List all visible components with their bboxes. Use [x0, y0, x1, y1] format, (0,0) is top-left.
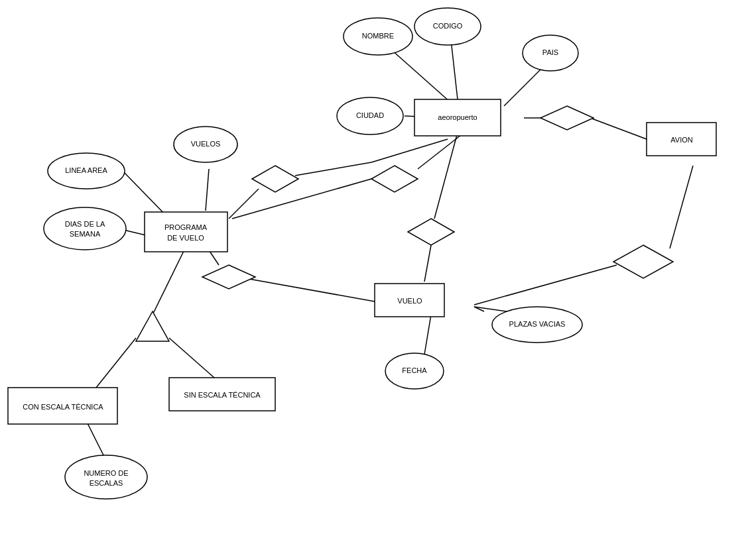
- attr-dias-semana-label2: SEMANA: [70, 230, 101, 238]
- entity-vuelo-label: VUELO: [397, 297, 422, 305]
- er-diagram: aeoropuerto PROGRAMA DE VUELO VUELO AVIO…: [0, 0, 756, 540]
- attr-numero-escalas: [65, 455, 147, 499]
- attr-pais-label: PAIS: [542, 48, 558, 56]
- attr-nombre-label: NOMBRE: [362, 32, 394, 40]
- entity-programa-label1: PROGRAMA: [164, 223, 208, 231]
- attr-numero-escalas-label2: ESCALAS: [90, 479, 123, 487]
- attr-linea-area-label: LINEA AREA: [65, 166, 107, 174]
- entity-avion-label: AVION: [670, 136, 692, 144]
- attr-dias-semana-label1: DIAS DE LA: [65, 220, 105, 228]
- attr-numero-escalas-label1: NUMERO DE: [84, 469, 128, 477]
- entity-con-escala-label: CON ESCALA TÉCNICA: [23, 403, 103, 411]
- entity-programa-vuelo: [145, 212, 227, 252]
- entity-sin-escala-label: SIN ESCALA TÉCNICA: [184, 391, 261, 399]
- attr-dias-semana: [44, 207, 126, 250]
- attr-vuelos-label: VUELOS: [191, 140, 221, 148]
- attr-plazas-vacias-label: PLAZAS VACIAS: [509, 320, 566, 328]
- entity-programa-label2: DE VUELO: [167, 234, 204, 242]
- attr-codigo-label: CODIGO: [433, 22, 463, 30]
- attr-ciudad-label: CIUDAD: [356, 111, 384, 119]
- entity-aeropuerto-label: aeoropuerto: [438, 113, 477, 121]
- attr-fecha-label: FECHA: [402, 366, 427, 374]
